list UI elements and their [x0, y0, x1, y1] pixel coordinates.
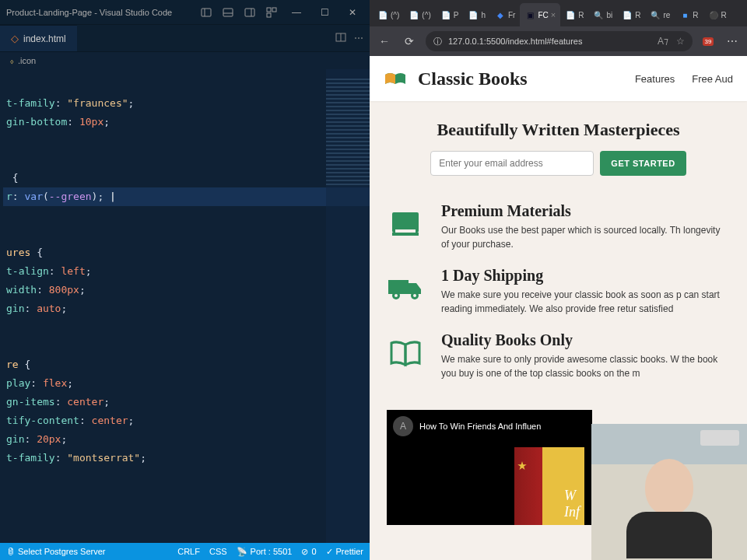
svg-point-17: [395, 294, 398, 297]
browser-tab[interactable]: 📄(^): [373, 3, 404, 26]
layout-bottom-icon[interactable]: [220, 5, 236, 20]
feature-title: Premium Materials: [441, 202, 730, 220]
browser-tab[interactable]: 📄P: [436, 3, 464, 26]
favorite-icon[interactable]: ☆: [676, 36, 685, 47]
feature-quality: Quality Books Only We make sure to only …: [387, 331, 730, 380]
code-line: [3, 337, 370, 355]
address-bar[interactable]: ⓘ 127.0.0.1:5500/index.html#features A⁊ …: [426, 31, 693, 51]
get-started-button[interactable]: GET STARTED: [600, 151, 686, 176]
feature-premium-materials: Premium Materials Our Books use the best…: [387, 202, 730, 251]
feature-shipping: 1 Day Shipping We make sure you receive …: [387, 267, 730, 316]
open-book-icon: [387, 334, 424, 372]
browser-tab[interactable]: ⚫R: [703, 3, 731, 26]
status-language[interactable]: CSS: [209, 547, 227, 556]
favicon-icon: 📄: [468, 9, 479, 20]
url-text: 127.0.0.1:5500/index.html#features: [448, 37, 582, 46]
favicon-icon: 📄: [440, 9, 451, 20]
editor-tabs: ◇ index.html ⋯: [0, 25, 370, 52]
svg-rect-14: [388, 280, 409, 294]
browser-tab[interactable]: 📄R: [617, 3, 645, 26]
github-icon: ⚫: [708, 9, 719, 20]
browser-tab[interactable]: ■R: [675, 3, 703, 26]
extension-ublock[interactable]: 39: [700, 33, 716, 49]
nav-free-audio[interactable]: Free Aud: [692, 73, 733, 85]
code-line: [3, 318, 370, 337]
feature-title: Quality Books Only: [441, 331, 730, 349]
favicon-icon: ■: [679, 9, 690, 20]
tab-actions: ⋯: [329, 25, 370, 51]
feature-desc: Our Books use the best paper which is so…: [441, 223, 730, 251]
vscode-titlebar: Product-Landing-Page - Visual Studio Cod…: [0, 0, 370, 25]
tab-label: index.html: [23, 33, 66, 44]
status-eol[interactable]: CRLF: [177, 547, 200, 556]
signup-form: GET STARTED: [384, 151, 733, 176]
nav-features[interactable]: Features: [635, 73, 675, 85]
svg-rect-0: [202, 9, 211, 16]
code-line: tify-content: center;: [3, 411, 370, 430]
browser-tab[interactable]: ◆Fr: [490, 3, 520, 26]
browser-tab[interactable]: 📄(^): [404, 3, 435, 26]
maximize-button[interactable]: ☐: [314, 2, 335, 23]
site-info-icon[interactable]: ⓘ: [433, 36, 442, 47]
logo[interactable]: Classic Books: [384, 68, 528, 89]
browser-tab[interactable]: 🔍re: [645, 3, 675, 26]
browser-tab[interactable]: 📄h: [463, 3, 490, 26]
minimap[interactable]: [326, 69, 370, 543]
browser-tabs: 📄(^) 📄(^) 📄P 📄h ◆Fr ▣FC× 📄R 🔍bi 📄R 🔍re ■…: [370, 0, 747, 26]
channel-avatar[interactable]: A: [393, 416, 413, 436]
code-line: [3, 206, 370, 225]
status-postgres[interactable]: 🛢 Select Postgres Server: [6, 547, 106, 556]
svg-rect-13: [395, 229, 416, 233]
split-editor-icon[interactable]: [335, 32, 346, 45]
webpage: Classic Books Features Free Aud Beautifu…: [370, 56, 747, 560]
code-line: width: 800px;: [3, 281, 370, 299]
status-prettier[interactable]: ✓ Prettier: [326, 547, 363, 557]
layout-left-icon[interactable]: [198, 5, 214, 20]
code-line: t-family: "fraunces";: [3, 94, 370, 113]
svg-point-18: [413, 294, 416, 297]
layout-right-icon[interactable]: [242, 5, 258, 20]
status-port[interactable]: 📡 Port : 5501: [237, 547, 293, 557]
svg-rect-8: [267, 13, 271, 17]
minimize-button[interactable]: —: [286, 2, 307, 23]
hero-title: Beautifully Written Masterpieces: [384, 120, 733, 140]
read-aloud-icon[interactable]: A⁊: [658, 36, 668, 47]
email-input[interactable]: [430, 151, 594, 176]
code-line: re {: [3, 355, 370, 374]
breadcrumb[interactable]: ⬨ .icon: [0, 52, 370, 69]
refresh-button[interactable]: ⟳: [401, 35, 418, 47]
status-bar: 🛢 Select Postgres Server CRLF CSS 📡 Port…: [0, 543, 370, 560]
status-errors[interactable]: ⊘ 0: [301, 547, 316, 557]
video-title: How To Win Friends And Influen: [419, 422, 541, 431]
menu-button[interactable]: ⋯: [724, 35, 741, 47]
feature-desc: We make sure to only provide awesome cla…: [441, 352, 730, 380]
code-line-active: r: var(--green); |: [3, 187, 370, 206]
browser-tab-active[interactable]: ▣FC×: [520, 3, 560, 26]
svg-rect-4: [245, 9, 254, 16]
brand-name: Classic Books: [418, 68, 528, 89]
css-class-icon: ⬨: [9, 56, 15, 65]
video-player[interactable]: A How To Win Friends And Influen WInf: [387, 410, 592, 525]
browser-tab[interactable]: 📄R: [560, 3, 588, 26]
code-editor[interactable]: t-family: "fraunces"; gin-bottom: 10px; …: [0, 69, 370, 543]
favicon-icon: 🔍: [650, 9, 661, 20]
more-actions-icon[interactable]: ⋯: [354, 33, 363, 44]
webcam-overlay: [591, 424, 747, 560]
code-line: t-family: "montserrat";: [3, 449, 370, 467]
vscode-window: Product-Landing-Page - Visual Studio Cod…: [0, 0, 370, 560]
hero-section: Beautifully Written Masterpieces GET STA…: [370, 101, 747, 188]
tab-index-html[interactable]: ◇ index.html: [0, 25, 77, 51]
close-button[interactable]: ✕: [342, 2, 363, 23]
back-button[interactable]: ←: [376, 35, 393, 47]
titlebar-controls: — ☐ ✕: [198, 2, 363, 23]
feature-title: 1 Day Shipping: [441, 267, 730, 285]
code-line: gin-bottom: 10px;: [3, 113, 370, 131]
book-logo-icon: [384, 70, 407, 87]
materials-icon: [387, 205, 424, 243]
browser-tab[interactable]: 🔍bi: [588, 3, 617, 26]
favicon-icon: 📄: [622, 9, 633, 20]
feature-desc: We make sure you receive your classic bo…: [441, 288, 730, 316]
close-icon[interactable]: ×: [551, 10, 556, 19]
ceiling-fan: [700, 430, 739, 446]
customize-layout-icon[interactable]: [264, 5, 279, 20]
